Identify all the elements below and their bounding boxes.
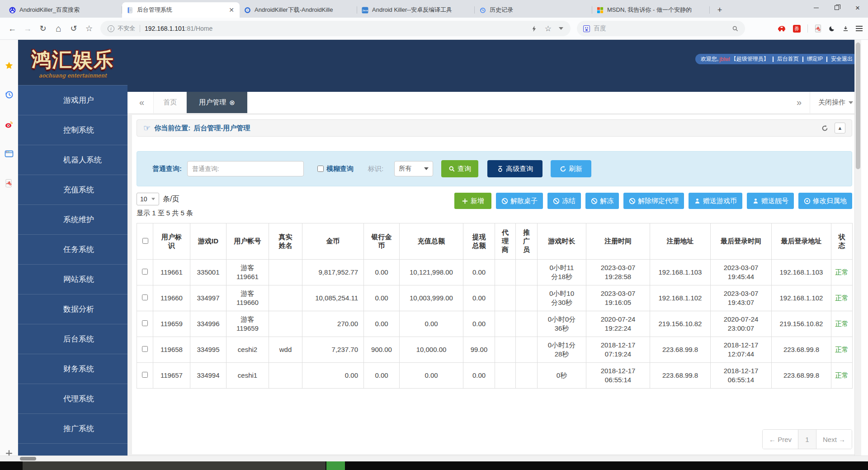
url-field[interactable]: i 不安全 192.168.1.101 :81/Home ☆ [100,21,571,36]
scrollbar-thumb[interactable] [856,43,860,169]
site-info-icon[interactable]: i [108,25,114,32]
sidebar-item-2[interactable]: 控制系统 [18,115,127,145]
browser-tab-1[interactable]: AndroidKiller_百度搜索 [5,2,122,18]
page-number-1[interactable]: 1 [798,430,816,449]
sidebar-item-3[interactable]: 机器人系统 [18,145,127,175]
browser-tab-2[interactable]: 后台管理系统✕ [122,2,240,18]
forward-icon[interactable]: → [21,22,34,35]
weibo-icon[interactable] [4,119,14,129]
page-size-select[interactable]: 10 [137,193,159,205]
sidebar-item-7[interactable]: 网站系统 [18,264,127,294]
horizontal-scrollbar[interactable] [0,456,868,461]
cell [516,311,538,337]
browser-tab-4[interactable]: Java Android Killer--安卓反编译工具 [357,2,475,18]
url-dropdown-icon[interactable] [559,27,563,30]
cell: 219.156.10.82 [772,311,831,337]
restore-button[interactable] [826,0,847,15]
close-operations-dropdown[interactable]: 关闭操作 [810,92,861,113]
refresh-button[interactable]: 刷新 [551,160,591,177]
tab-title: Android Killer--安卓反编译工具 [372,6,470,14]
sidebar-item-12[interactable]: 推广系统 [18,413,127,443]
tab-close-icon[interactable]: ✕ [228,6,235,14]
browser-menu-icon[interactable] [856,26,863,31]
flag-select[interactable]: 所有 [394,161,433,176]
prev-page-button[interactable]: ← Prev [763,430,798,449]
sidebar-item-6[interactable]: 任务系统 [18,234,127,264]
shopping-extension-icon[interactable] [777,25,786,32]
toolbar-button-5[interactable]: 解除绑定代理 [623,193,684,209]
sidebar-item-5[interactable]: 系统维护 [18,204,127,234]
divider [807,24,808,33]
back-icon[interactable]: ← [5,22,19,35]
toolbar-button-3[interactable]: 冻结 [547,193,581,209]
bookmark-star-icon[interactable]: ☆ [82,22,96,35]
row-checkbox[interactable] [142,346,148,352]
collapse-panel-button[interactable]: ▲ [835,123,845,133]
toolbar-button-6[interactable]: 赠送游戏币 [689,193,742,209]
favorite-star-icon[interactable]: ☆ [545,24,552,33]
close-window-button[interactable]: × [847,0,868,15]
row-checkbox[interactable] [142,269,148,275]
sidebar-item-8[interactable]: 数据分析 [18,294,127,324]
vertical-scrollbar[interactable] [854,40,861,456]
cell: 9,817,952.77 [302,260,364,285]
search-engine-label: 百度 [594,24,606,33]
toolbar-button-1[interactable]: 新增 [454,193,491,209]
link-safe-logout[interactable]: 安全退出 [831,55,853,63]
select-all-checkbox[interactable] [142,238,148,244]
reload-icon[interactable]: ↻ [36,22,50,35]
cell: wdd [269,337,302,363]
sidebar-item-4[interactable]: 充值系统 [18,175,127,204]
toolbar-button-8[interactable]: 修改归属地 [798,193,852,209]
page-viewport: 鸿汇娱乐 aochuang entertainment 游戏用户控制系统机器人系… [0,40,868,456]
pdf-extension-icon[interactable] [815,24,822,33]
toolbar-button-7[interactable]: 赠送靓号 [747,193,794,209]
toolbar-button-2[interactable]: 解散桌子 [496,193,543,209]
toolbar-button-4[interactable]: 解冻 [585,193,619,209]
recent-icon[interactable]: ↺ [67,22,80,35]
column-header-9: 代理商 [495,223,516,260]
query-input[interactable] [187,161,304,176]
next-page-button[interactable]: Next → [816,430,852,449]
scrollbar-thumb[interactable] [20,457,36,461]
favorites-star-icon[interactable] [4,61,14,71]
quick-action-bolt-icon[interactable] [531,25,538,32]
sidebar-item-10[interactable]: 财务系统 [18,354,127,384]
search-button[interactable]: 查询 [441,160,478,177]
link-backstage-home[interactable]: 后台首页 [777,55,799,63]
browser-tab-3[interactable]: AndroidKiller下载-AndroidKille [240,2,357,18]
taskbar-window-segment[interactable] [23,461,326,470]
row-checkbox[interactable] [142,372,148,378]
plus-icon [462,198,468,204]
row-checkbox[interactable] [142,320,148,326]
scroll-tabs-left-icon[interactable]: « [139,97,144,108]
pdf-doc-icon[interactable] [4,178,14,188]
search-box[interactable]: 百度 [577,21,745,36]
home-icon[interactable]: ⌂ [52,22,65,35]
tab-home[interactable]: 首页 [153,92,187,113]
history-clock-icon[interactable] [4,90,14,100]
browser-tab-5[interactable]: 历史记录 [475,2,592,18]
coupon-extension-icon[interactable]: 券 [793,25,801,33]
scroll-tabs-right-icon[interactable]: » [797,97,802,108]
row-checkbox[interactable] [142,294,148,300]
tab-user-management[interactable]: 用户管理 ⊗ [187,92,247,113]
link-bind-ip[interactable]: 绑定IP [807,55,823,63]
sidebar-item-1[interactable]: 游戏用户 [18,85,127,115]
minimize-button[interactable] [806,0,826,15]
browser-window-icon[interactable] [4,149,14,159]
search-icon[interactable] [732,25,739,32]
new-tab-button[interactable]: + [713,4,726,16]
sidebar-item-partial[interactable] [18,443,127,456]
download-icon[interactable] [842,25,849,32]
taskbar-active-app[interactable] [326,461,345,470]
sidebar-item-9[interactable]: 后台系统 [18,324,127,354]
fuzzy-checkbox[interactable] [317,166,324,172]
dark-mode-icon[interactable] [829,25,835,32]
tab-close-icon[interactable]: ⊗ [229,99,235,107]
cell [269,363,302,389]
sidebar-item-11[interactable]: 代理系统 [18,384,127,413]
advanced-search-button[interactable]: 高级查询 [487,160,542,177]
refresh-icon[interactable] [821,125,828,132]
browser-tab-6[interactable]: MSDN, 我告诉你 - 做一个安静的 [592,2,710,18]
